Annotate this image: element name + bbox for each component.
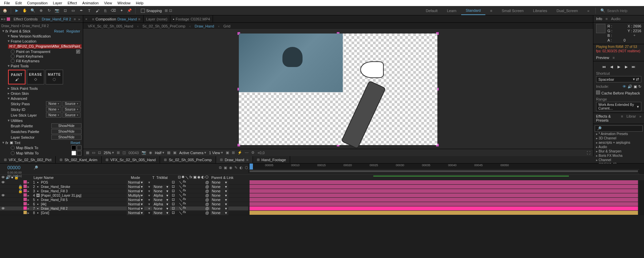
layer-bar[interactable] xyxy=(250,202,638,206)
fast-preview-icon[interactable]: ⚡ xyxy=(237,150,242,155)
erase-tool-button[interactable]: ERASE◇ xyxy=(27,70,44,84)
pickwhip-icon[interactable]: @ xyxy=(205,185,209,189)
timeline-tab[interactable]: Draw_Hand ≡ xyxy=(216,156,253,163)
effects-search-input[interactable]: 🔎 xyxy=(595,125,643,132)
timeline-layer-row[interactable]: 👁▸1▪POSNormal▾▾⊡＼/fx@None▾ xyxy=(0,180,248,185)
cache-checkbox[interactable] xyxy=(596,90,600,94)
stopwatch-icon[interactable] xyxy=(11,54,15,58)
include-overlay-icon[interactable]: ▣ xyxy=(634,84,637,89)
include-video-icon[interactable]: 👁 xyxy=(623,84,626,89)
bc-item-3[interactable]: Grid xyxy=(222,24,232,28)
pixel-icon[interactable]: ⊞ xyxy=(232,150,235,155)
panel-overflow-icon[interactable]: » xyxy=(77,17,82,21)
lock-icon[interactable]: 🔒 xyxy=(18,189,23,193)
tab-menu-icon[interactable]: ≡ xyxy=(92,17,94,21)
col-lock-icon[interactable]: 🔒 xyxy=(14,175,19,180)
parent-dropdown[interactable]: None▾ xyxy=(210,189,228,193)
channel-icon[interactable]: ◉ xyxy=(149,150,152,155)
twirl-icon[interactable] xyxy=(7,86,11,90)
layer-bar[interactable] xyxy=(250,193,638,197)
timeline-layer-row[interactable]: 🔒▸3▪Draw_Hand_Fill 3Normal▾▾None▾⊡＼/fx@N… xyxy=(0,189,248,193)
exposure-value[interactable]: +0,0 xyxy=(257,151,265,155)
last-frame-icon[interactable]: ⏭ xyxy=(631,64,636,69)
work-area-bar[interactable] xyxy=(250,170,638,172)
trkmat-dropdown[interactable]: Alpha▾ xyxy=(152,193,170,198)
trkmat-dropdown[interactable]: None▾ xyxy=(152,206,170,211)
timeline-tab[interactable]: Sc_02_Sh_005_PreComp xyxy=(160,156,216,163)
matte-tool-button[interactable]: MATTE◌ xyxy=(46,70,63,84)
stopwatch-icon[interactable] xyxy=(11,151,15,155)
resolution-icon[interactable]: ⊞ xyxy=(117,150,120,155)
tab-menu-icon[interactable]: ≡ xyxy=(74,17,76,21)
frame-location-row[interactable]: Frame Location xyxy=(11,39,36,43)
timeline-layer-row[interactable]: 👁▸4🖼[Paper_0010_Layer 31.jpg]Multiply▾▾A… xyxy=(0,193,248,198)
zoom-dropdown[interactable]: 25% ▾ xyxy=(104,150,114,155)
col-video-icon[interactable]: 👁 xyxy=(1,175,5,180)
fill-keyframes-row[interactable]: Fill Keyframes xyxy=(16,59,40,63)
workspace-overflow-icon[interactable]: » xyxy=(583,6,594,15)
menu-animation[interactable]: Animation xyxy=(79,0,101,6)
paint-tools-row[interactable]: Paint Tools xyxy=(11,64,29,68)
snap-opt-2-icon[interactable]: ⊡ xyxy=(169,8,172,13)
timeline-layer-row[interactable]: ▸8▪[Grid]Normal▾▾None▾⊡＼/fx@None▾ xyxy=(0,211,248,215)
workspace-default[interactable]: Default xyxy=(421,6,442,15)
layer-name[interactable]: POS xyxy=(40,181,127,184)
footage-tab[interactable]: ▪ Footage C0262.MP4 xyxy=(170,15,213,22)
stopwatch-icon[interactable] xyxy=(11,59,15,63)
blend-mode-dropdown[interactable]: Normal▾ xyxy=(127,206,144,211)
current-timecode[interactable]: 00000 xyxy=(3,164,30,171)
eye-icon[interactable]: 👁 xyxy=(1,206,5,210)
blend-mode-dropdown[interactable]: Normal▾ xyxy=(127,198,144,202)
menu-window[interactable]: Window xyxy=(115,0,133,6)
paint-transparent-checkbox[interactable] xyxy=(76,50,80,54)
layer-bar[interactable] xyxy=(250,180,638,184)
black-colorwell[interactable] xyxy=(71,145,76,150)
motion-blur-icon[interactable]: ◉ xyxy=(229,166,232,170)
blend-mode-dropdown[interactable]: Normal▾ xyxy=(127,189,144,193)
timeline-tab[interactable]: Sh_002_Kant_Anim xyxy=(56,156,102,163)
timeline-layer-row[interactable]: ▸5▪Draw_Hand_Fill 5Normal▾▾None▾⊡＼/fx@No… xyxy=(0,198,248,202)
eye-icon[interactable]: 👁 xyxy=(1,193,5,197)
preset-item[interactable]: Blur & Sharpen xyxy=(595,149,643,153)
timeline-layer-row[interactable]: 🔒▸2▪Draw_Hand_StrokeNormal▾▾None▾⊡＼/fx@N… xyxy=(0,185,248,189)
layer-tab[interactable]: Layer (none) xyxy=(144,15,170,22)
timeline-tab[interactable]: VFX_Sc_02_Sh_005_Hand xyxy=(102,156,160,163)
twirl-icon[interactable] xyxy=(7,91,11,95)
eyedropper-icon[interactable] xyxy=(77,145,82,150)
layer-bar[interactable] xyxy=(250,211,638,215)
ep-menu-icon[interactable]: ≡ xyxy=(621,114,623,122)
prev-frame-icon[interactable]: ◀ xyxy=(609,64,614,69)
info-tab[interactable]: Info xyxy=(596,17,602,21)
overflow-icon[interactable]: » xyxy=(639,114,641,122)
sticky-id-none-dd[interactable]: None xyxy=(46,107,61,112)
first-frame-icon[interactable]: ⏮ xyxy=(601,64,607,69)
timecode-display[interactable]: 00043 xyxy=(128,151,139,155)
bc-item-0[interactable]: VFX_Sc_02_Sh_005_Hand xyxy=(87,24,135,28)
loop-icon[interactable]: ↻ xyxy=(638,84,641,89)
graph-editor-icon[interactable]: ✎ xyxy=(234,166,237,170)
play-icon[interactable]: ▶ xyxy=(616,64,622,69)
preview-menu-icon[interactable]: ≡ xyxy=(612,56,614,60)
layer-name[interactable]: [Paper_0010_Layer 31.jpg] xyxy=(40,194,127,197)
workspace-libraries[interactable]: Libraries xyxy=(528,6,552,15)
layer-name[interactable]: Draw_Hand_Fill 2 xyxy=(40,207,127,210)
flowchart-icon[interactable]: ⚙ xyxy=(251,150,255,155)
twirl-icon[interactable] xyxy=(7,34,11,38)
hand-tool-icon[interactable]: ✋ xyxy=(21,7,29,14)
pan-behind-tool-icon[interactable]: ⊡ xyxy=(61,7,69,14)
range-dropdown[interactable]: Work Area Extended By Current…▾ xyxy=(596,102,641,111)
layer-switches[interactable]: ⊡＼/fx xyxy=(172,210,205,215)
blend-mode-dropdown[interactable]: Normal▾ xyxy=(127,185,144,189)
rotate-tool-icon[interactable]: ↻ xyxy=(45,7,53,14)
blend-mode-dropdown[interactable]: Normal▾ xyxy=(127,180,144,185)
layer-color-chip[interactable] xyxy=(23,202,27,205)
utilities-row[interactable]: Utilities xyxy=(11,119,22,123)
eyedropper-icon[interactable] xyxy=(77,151,82,155)
guides-icon[interactable]: ▣ xyxy=(173,150,176,155)
blend-mode-dropdown[interactable]: Normal▾ xyxy=(127,211,144,215)
bc-item-2[interactable]: Draw_Hand xyxy=(193,24,215,28)
include-audio-icon[interactable]: 🔊 xyxy=(628,84,632,89)
eye-icon[interactable]: 👁 xyxy=(1,180,5,184)
trkmat-dropdown[interactable]: None▾ xyxy=(152,211,170,215)
parent-dropdown[interactable]: None▾ xyxy=(210,202,228,206)
